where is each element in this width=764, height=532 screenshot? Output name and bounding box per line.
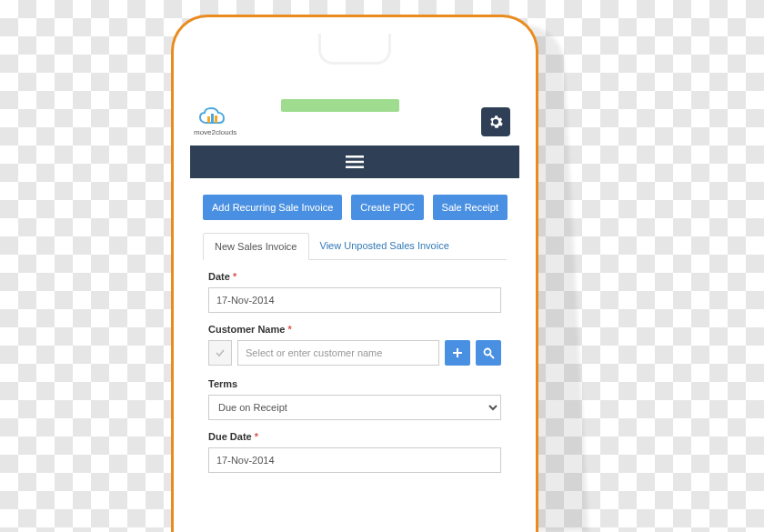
content-area: Add Recurring Sale Invoice Create PDC Sa… [190,178,519,484]
app-screen: move2clouds Add Recurring Sale Invoice C… [190,99,519,532]
customer-checkbox[interactable] [208,340,232,366]
svg-rect-0 [207,116,210,123]
brand-logo: move2clouds [194,106,236,136]
required-mark: * [287,324,291,335]
customer-field[interactable]: Select or enter customer name [237,340,439,366]
date-label: Date * [208,271,501,282]
svg-rect-2 [215,115,217,123]
main-nav[interactable] [190,146,519,178]
search-icon [483,347,495,359]
invoice-form: Date * Customer Name * Select or enter c… [203,271,507,484]
notification-bar [281,99,399,112]
add-recurring-button[interactable]: Add Recurring Sale Invoice [203,195,342,220]
svg-point-8 [484,348,490,355]
hamburger-icon [346,155,364,169]
due-date-label: Due Date * [208,431,501,442]
required-mark: * [233,271,236,282]
sale-receipt-button[interactable]: Sale Receipt [433,195,508,220]
svg-rect-7 [453,352,462,354]
due-date-field[interactable] [208,447,501,473]
add-customer-button[interactable] [445,340,470,366]
terms-select[interactable]: Due on Receipt [208,395,501,420]
phone-frame: move2clouds Add Recurring Sale Invoice C… [171,15,538,532]
svg-rect-1 [211,114,214,123]
action-buttons: Add Recurring Sale Invoice Create PDC Sa… [203,195,507,220]
settings-button[interactable] [481,107,510,136]
gear-icon [488,115,503,129]
svg-rect-5 [346,166,364,169]
search-customer-button[interactable] [476,340,501,366]
customer-row: Select or enter customer name [208,340,501,366]
required-mark: * [255,431,258,442]
brand-name: move2clouds [194,128,236,136]
svg-line-9 [490,355,494,358]
phone-notch [318,34,391,65]
customer-label: Customer Name * [208,324,501,335]
check-icon [216,348,225,357]
tab-bar: New Sales Invoice View Unposted Sales In… [203,233,507,260]
svg-rect-3 [346,156,364,158]
date-field[interactable] [208,287,501,313]
terms-label: Terms [208,378,501,389]
svg-rect-4 [346,161,364,164]
tab-unposted-invoice[interactable]: View Unposted Sales Invoice [309,233,460,259]
tab-new-invoice[interactable]: New Sales Invoice [203,233,309,260]
plus-icon [452,347,463,358]
cloud-icon [198,106,233,128]
create-pdc-button[interactable]: Create PDC [351,195,423,220]
